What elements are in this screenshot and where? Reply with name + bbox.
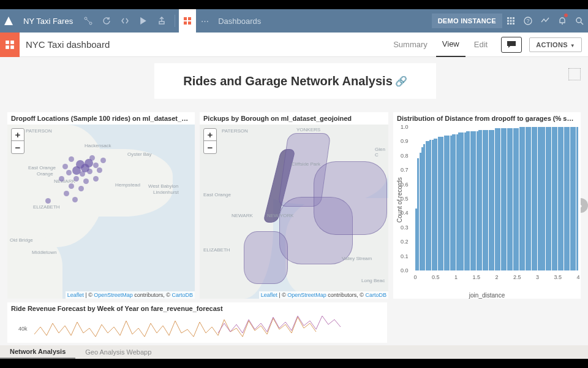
chart-xlabel: join_distance — [469, 292, 505, 299]
svg-rect-7 — [507, 17, 509, 19]
zoom-in-button[interactable]: + — [204, 129, 216, 141]
svg-rect-20 — [10, 40, 14, 44]
zoom-in-button[interactable]: + — [12, 129, 24, 141]
chevron-down-icon: ▼ — [570, 43, 575, 48]
export-icon[interactable] — [154, 13, 169, 28]
svg-text:?: ? — [526, 18, 529, 24]
svg-rect-10 — [507, 20, 509, 22]
map-attribution: Leaflet | © OpenStreetMap contributors, … — [66, 291, 195, 299]
flow-icon[interactable] — [81, 13, 96, 28]
svg-rect-21 — [6, 45, 9, 49]
activity-icon[interactable] — [537, 9, 554, 33]
notification-badge — [564, 13, 568, 18]
subbar: NYC Taxi dashboard Summary View Edit ACT… — [0, 33, 588, 57]
tab-summary[interactable]: Summary — [387, 33, 434, 57]
project-name[interactable]: NY Taxi Fares — [17, 17, 79, 26]
svg-rect-14 — [510, 23, 512, 25]
hero-title-card: Rides and Garage Network Analysis🔗 — [154, 63, 436, 99]
panel-distance-chart: Distribution of Distance from dropoff to… — [393, 112, 581, 299]
svg-rect-4 — [188, 17, 191, 20]
panel-borough-map: Pickups by Borough on ml_dataset_geojoin… — [200, 112, 388, 299]
map-attribution: Leaflet | © OpenStreetMap contributors, … — [259, 291, 388, 299]
svg-rect-3 — [184, 17, 187, 20]
notifications-icon[interactable] — [554, 9, 571, 33]
map-boroughs[interactable]: PATERSON YONKERS Glen C Cliffside Park E… — [200, 125, 388, 299]
fullscreen-icon[interactable] — [568, 68, 581, 80]
panel-title: Distribution of Distance from dropoff to… — [393, 112, 581, 125]
code-icon[interactable] — [118, 13, 132, 28]
panel-title: Pickups by Borough on ml_dataset_geojoin… — [200, 112, 388, 125]
svg-rect-9 — [513, 17, 514, 19]
svg-rect-11 — [510, 20, 512, 22]
zoom-out-button[interactable]: − — [12, 141, 24, 153]
panel-title: Dropoff Locations (Sample 100 rides) on … — [7, 112, 195, 125]
zoom-out-button[interactable]: − — [204, 141, 216, 153]
more-icon[interactable]: ⋯ — [196, 9, 213, 33]
map-zoom: + − — [11, 128, 24, 154]
svg-rect-12 — [513, 20, 514, 22]
panel-title: Ride Revenue Forecast by Week of Year on… — [7, 302, 387, 315]
dashboard-icon — [0, 33, 20, 57]
bottom-tab-network[interactable]: Network Analysis — [0, 345, 75, 359]
hero-title: Rides and Garage Network Analysis — [183, 74, 393, 88]
svg-rect-22 — [10, 45, 14, 49]
actions-button[interactable]: ACTIONS▼ — [529, 37, 582, 52]
forecast-chart[interactable]: 40k — [7, 315, 387, 343]
svg-rect-5 — [184, 21, 187, 25]
svg-rect-8 — [510, 17, 512, 19]
panel-dropoff-map: Dropoff Locations (Sample 100 rides) on … — [7, 112, 195, 299]
apps-icon[interactable] — [502, 9, 519, 33]
chat-icon[interactable] — [501, 37, 522, 53]
breadcrumb[interactable]: Dashboards — [213, 17, 266, 26]
demo-badge: DEMO INSTANCE — [432, 13, 502, 28]
svg-rect-19 — [6, 40, 9, 44]
forecast-ytick: 40k — [18, 326, 28, 332]
bottom-tab-geo[interactable]: Geo Analysis Webapp — [75, 345, 161, 359]
map-zoom: + − — [203, 128, 217, 154]
topbar: NY Taxi Fares ⋯ Dashboards DEMO INSTANCE… — [0, 9, 588, 33]
tab-view[interactable]: View — [436, 33, 466, 57]
dashboard-tab-icon[interactable] — [179, 9, 196, 33]
link-icon[interactable]: 🔗 — [395, 75, 407, 87]
svg-rect-6 — [188, 21, 191, 25]
topbar-separator — [175, 15, 175, 27]
svg-point-18 — [576, 18, 581, 23]
play-icon[interactable] — [136, 13, 151, 28]
svg-rect-13 — [507, 23, 509, 25]
map-dropoff[interactable]: PATERSON Hackensack Oyster Bay East Oran… — [7, 125, 195, 299]
app-logo-icon[interactable] — [0, 9, 17, 33]
refresh-icon[interactable] — [99, 13, 114, 28]
svg-rect-15 — [513, 23, 514, 25]
bottom-tabs: Network Analysis Geo Analysis Webapp — [0, 345, 588, 359]
help-icon[interactable]: ? — [519, 9, 537, 33]
svg-rect-2 — [159, 21, 164, 24]
distance-chart[interactable]: Count of records 0.00.10.20.30.40.50.60.… — [393, 125, 581, 299]
page-title: NYC Taxi dashboard — [20, 39, 110, 50]
tab-edit[interactable]: Edit — [468, 33, 494, 57]
search-icon[interactable] — [571, 9, 588, 33]
panel-forecast: Ride Revenue Forecast by Week of Year on… — [7, 302, 387, 343]
